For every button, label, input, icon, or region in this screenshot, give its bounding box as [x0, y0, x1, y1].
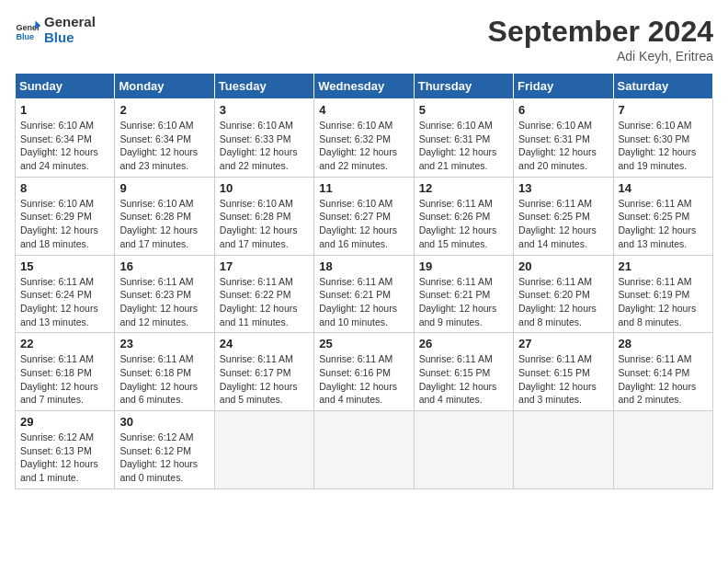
day-info: Sunrise: 6:11 AM Sunset: 6:16 PM Dayligh…: [319, 352, 408, 407]
day-number: 17: [220, 259, 309, 273]
day-info: Sunrise: 6:11 AM Sunset: 6:17 PM Dayligh…: [220, 352, 309, 407]
day-info: Sunrise: 6:11 AM Sunset: 6:18 PM Dayligh…: [119, 352, 209, 407]
calendar-body: 1Sunrise: 6:10 AM Sunset: 6:34 PM Daylig…: [16, 99, 713, 489]
day-number: 2: [119, 103, 209, 117]
day-cell: 13Sunrise: 6:11 AM Sunset: 6:25 PM Dayli…: [514, 177, 613, 255]
calendar-header: SundayMondayTuesdayWednesdayThursdayFrid…: [16, 74, 713, 99]
day-cell: 12Sunrise: 6:11 AM Sunset: 6:26 PM Dayli…: [414, 177, 513, 255]
day-number: 25: [319, 337, 408, 350]
logo-icon: General Blue: [15, 17, 40, 43]
day-cell: 3Sunrise: 6:10 AM Sunset: 6:33 PM Daylig…: [214, 99, 313, 178]
day-info: Sunrise: 6:12 AM Sunset: 6:12 PM Dayligh…: [119, 431, 209, 485]
day-number: 15: [20, 259, 109, 273]
day-number: 30: [119, 415, 209, 429]
day-number: 24: [220, 337, 309, 350]
day-number: 3: [220, 103, 309, 117]
day-number: 21: [619, 259, 708, 273]
header-day-tuesday: Tuesday: [214, 74, 313, 99]
header-day-saturday: Saturday: [613, 74, 712, 99]
day-info: Sunrise: 6:10 AM Sunset: 6:31 PM Dayligh…: [518, 119, 608, 173]
day-cell: 18Sunrise: 6:11 AM Sunset: 6:21 PM Dayli…: [314, 255, 414, 333]
day-cell: 25Sunrise: 6:11 AM Sunset: 6:16 PM Dayli…: [314, 333, 414, 411]
day-cell: 22Sunrise: 6:11 AM Sunset: 6:18 PM Dayli…: [16, 333, 115, 411]
day-number: 11: [319, 181, 408, 195]
day-info: Sunrise: 6:11 AM Sunset: 6:23 PM Dayligh…: [119, 275, 209, 329]
day-info: Sunrise: 6:11 AM Sunset: 6:20 PM Dayligh…: [518, 275, 608, 329]
day-number: 26: [419, 337, 508, 350]
day-info: Sunrise: 6:11 AM Sunset: 6:21 PM Dayligh…: [419, 275, 508, 329]
day-info: Sunrise: 6:11 AM Sunset: 6:18 PM Dayligh…: [20, 352, 109, 407]
day-number: 10: [220, 181, 309, 195]
day-cell: [613, 411, 712, 489]
day-cell: 15Sunrise: 6:11 AM Sunset: 6:24 PM Dayli…: [16, 255, 115, 333]
day-number: 8: [20, 181, 109, 195]
day-cell: 14Sunrise: 6:11 AM Sunset: 6:25 PM Dayli…: [613, 177, 712, 255]
day-info: Sunrise: 6:11 AM Sunset: 6:26 PM Dayligh…: [419, 197, 508, 251]
day-info: Sunrise: 6:10 AM Sunset: 6:27 PM Dayligh…: [319, 197, 408, 251]
month-title: September 2024: [488, 15, 713, 49]
day-info: Sunrise: 6:10 AM Sunset: 6:33 PM Dayligh…: [220, 119, 309, 173]
day-cell: 29Sunrise: 6:12 AM Sunset: 6:13 PM Dayli…: [16, 411, 115, 489]
day-info: Sunrise: 6:11 AM Sunset: 6:21 PM Dayligh…: [319, 275, 408, 329]
day-info: Sunrise: 6:10 AM Sunset: 6:34 PM Dayligh…: [20, 119, 109, 173]
day-cell: 26Sunrise: 6:11 AM Sunset: 6:15 PM Dayli…: [414, 333, 513, 411]
logo: General Blue General Blue: [15, 15, 96, 45]
header-day-monday: Monday: [115, 74, 214, 99]
day-number: 13: [518, 181, 608, 195]
day-cell: 2Sunrise: 6:10 AM Sunset: 6:34 PM Daylig…: [115, 99, 214, 178]
day-number: 22: [20, 337, 109, 350]
day-info: Sunrise: 6:11 AM Sunset: 6:25 PM Dayligh…: [518, 197, 608, 251]
day-cell: 20Sunrise: 6:11 AM Sunset: 6:20 PM Dayli…: [514, 255, 613, 333]
calendar: SundayMondayTuesdayWednesdayThursdayFrid…: [15, 73, 713, 489]
day-number: 20: [518, 259, 608, 273]
week-row-2: 8Sunrise: 6:10 AM Sunset: 6:29 PM Daylig…: [16, 177, 713, 255]
day-number: 7: [619, 103, 708, 117]
day-cell: 5Sunrise: 6:10 AM Sunset: 6:31 PM Daylig…: [414, 99, 513, 178]
day-cell: 10Sunrise: 6:10 AM Sunset: 6:28 PM Dayli…: [214, 177, 313, 255]
day-cell: 27Sunrise: 6:11 AM Sunset: 6:15 PM Dayli…: [514, 333, 613, 411]
day-cell: 24Sunrise: 6:11 AM Sunset: 6:17 PM Dayli…: [214, 333, 313, 411]
day-number: 27: [518, 337, 608, 350]
day-info: Sunrise: 6:11 AM Sunset: 6:19 PM Dayligh…: [619, 275, 708, 329]
day-cell: 16Sunrise: 6:11 AM Sunset: 6:23 PM Dayli…: [115, 255, 214, 333]
day-number: 19: [419, 259, 508, 273]
week-row-4: 22Sunrise: 6:11 AM Sunset: 6:18 PM Dayli…: [16, 333, 713, 411]
day-number: 1: [20, 103, 109, 117]
day-number: 16: [119, 259, 209, 273]
day-number: 12: [419, 181, 508, 195]
week-row-1: 1Sunrise: 6:10 AM Sunset: 6:34 PM Daylig…: [16, 99, 713, 178]
week-row-3: 15Sunrise: 6:11 AM Sunset: 6:24 PM Dayli…: [16, 255, 713, 333]
day-info: Sunrise: 6:10 AM Sunset: 6:31 PM Dayligh…: [419, 119, 508, 173]
day-cell: 6Sunrise: 6:10 AM Sunset: 6:31 PM Daylig…: [514, 99, 613, 178]
day-info: Sunrise: 6:11 AM Sunset: 6:15 PM Dayligh…: [419, 352, 508, 407]
day-info: Sunrise: 6:12 AM Sunset: 6:13 PM Dayligh…: [20, 431, 109, 485]
header-day-friday: Friday: [514, 74, 613, 99]
day-cell: 4Sunrise: 6:10 AM Sunset: 6:32 PM Daylig…: [314, 99, 414, 178]
day-info: Sunrise: 6:10 AM Sunset: 6:32 PM Dayligh…: [319, 119, 408, 173]
day-cell: 17Sunrise: 6:11 AM Sunset: 6:22 PM Dayli…: [214, 255, 313, 333]
day-info: Sunrise: 6:10 AM Sunset: 6:30 PM Dayligh…: [619, 119, 708, 173]
svg-text:Blue: Blue: [16, 31, 34, 40]
title-area: September 2024 Adi Keyh, Eritrea: [488, 15, 713, 63]
day-cell: 7Sunrise: 6:10 AM Sunset: 6:30 PM Daylig…: [613, 99, 712, 178]
day-cell: 19Sunrise: 6:11 AM Sunset: 6:21 PM Dayli…: [414, 255, 513, 333]
logo-general: General: [44, 14, 96, 29]
header-day-sunday: Sunday: [16, 74, 115, 99]
day-cell: 11Sunrise: 6:10 AM Sunset: 6:27 PM Dayli…: [314, 177, 414, 255]
day-number: 9: [119, 181, 209, 195]
logo-blue: Blue: [44, 29, 74, 45]
location-subtitle: Adi Keyh, Eritrea: [488, 49, 713, 63]
day-number: 18: [319, 259, 408, 273]
day-number: 6: [518, 103, 608, 117]
header: General Blue General Blue September 2024…: [15, 15, 713, 63]
header-day-wednesday: Wednesday: [314, 74, 414, 99]
day-number: 23: [119, 337, 209, 350]
day-number: 5: [419, 103, 508, 117]
day-info: Sunrise: 6:11 AM Sunset: 6:14 PM Dayligh…: [619, 352, 708, 407]
day-cell: [514, 411, 613, 489]
day-cell: 28Sunrise: 6:11 AM Sunset: 6:14 PM Dayli…: [613, 333, 712, 411]
day-info: Sunrise: 6:11 AM Sunset: 6:25 PM Dayligh…: [619, 197, 708, 251]
day-info: Sunrise: 6:11 AM Sunset: 6:24 PM Dayligh…: [20, 275, 109, 329]
day-cell: 30Sunrise: 6:12 AM Sunset: 6:12 PM Dayli…: [115, 411, 214, 489]
day-cell: 21Sunrise: 6:11 AM Sunset: 6:19 PM Dayli…: [613, 255, 712, 333]
